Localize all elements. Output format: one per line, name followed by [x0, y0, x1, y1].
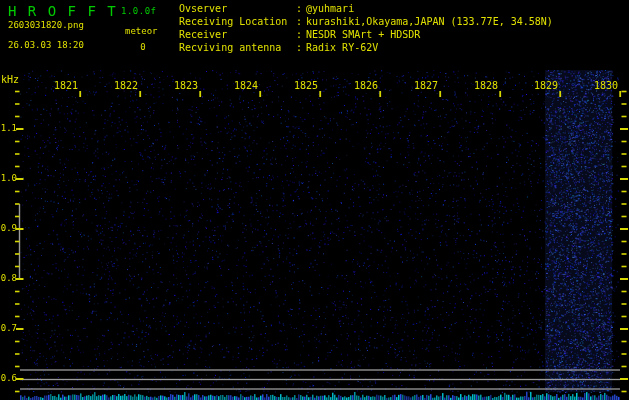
- station-info-block: Ovserver:@yuhmari Receiving Location:kur…: [179, 2, 553, 54]
- info-row-antenna: Recviving antenna:Radix RY-62V: [179, 41, 553, 54]
- time-tick-label: 1828: [473, 81, 498, 91]
- spectrogram-canvas: [0, 0, 629, 400]
- time-tick-label: 1830: [593, 81, 618, 91]
- info-colon: :: [296, 41, 306, 54]
- time-tick-label: 1821: [53, 81, 78, 91]
- time-tick-label: 1825: [293, 81, 318, 91]
- time-tick-label: 1822: [113, 81, 138, 91]
- info-label: Recviving antenna: [179, 41, 296, 54]
- hrofft-output-screen: H R O F F T 1.0.0f 2603031820.png meteor…: [0, 0, 629, 400]
- info-label: Ovserver: [179, 2, 296, 15]
- info-label: Receiver: [179, 28, 296, 41]
- info-value: Radix RY-62V: [306, 41, 378, 54]
- info-colon: :: [296, 15, 306, 28]
- info-value: NESDR SMArt + HDSDR: [306, 28, 420, 41]
- freq-tick-label: 0.6: [0, 373, 17, 384]
- freq-axis-unit: kHz: [1, 74, 19, 86]
- info-colon: :: [296, 2, 306, 15]
- app-version: 1.0.0f: [121, 6, 157, 16]
- info-label: Receiving Location: [179, 15, 296, 28]
- info-colon: :: [296, 28, 306, 41]
- time-tick-label: 1829: [533, 81, 558, 91]
- freq-tick-label: 0.8: [0, 273, 17, 284]
- app-title: H R O F F T: [8, 3, 117, 19]
- info-row-location: Receiving Location:kurashiki,Okayama,JAP…: [179, 15, 553, 28]
- info-row-receiver: Receiver:NESDR SMArt + HDSDR: [179, 28, 553, 41]
- info-value: kurashiki,Okayama,JAPAN (133.77E, 34.58N…: [306, 15, 553, 28]
- meteor-count-label: meteor: [125, 26, 158, 36]
- info-row-observer: Ovserver:@yuhmari: [179, 2, 553, 15]
- freq-tick-label: 1.1: [0, 123, 17, 134]
- capture-datetime: 26.03.03 18:20: [8, 40, 84, 50]
- time-tick-label: 1824: [233, 81, 258, 91]
- time-tick-label: 1826: [353, 81, 378, 91]
- output-filename: 2603031820.png: [8, 20, 84, 30]
- time-tick-label: 1827: [413, 81, 438, 91]
- freq-tick-label: 1.0: [0, 173, 17, 184]
- freq-tick-label: 0.7: [0, 323, 17, 334]
- freq-tick-label: 0.9: [0, 223, 17, 234]
- meteor-count-value: 0: [136, 42, 150, 52]
- info-value: @yuhmari: [306, 2, 354, 15]
- time-tick-label: 1823: [173, 81, 198, 91]
